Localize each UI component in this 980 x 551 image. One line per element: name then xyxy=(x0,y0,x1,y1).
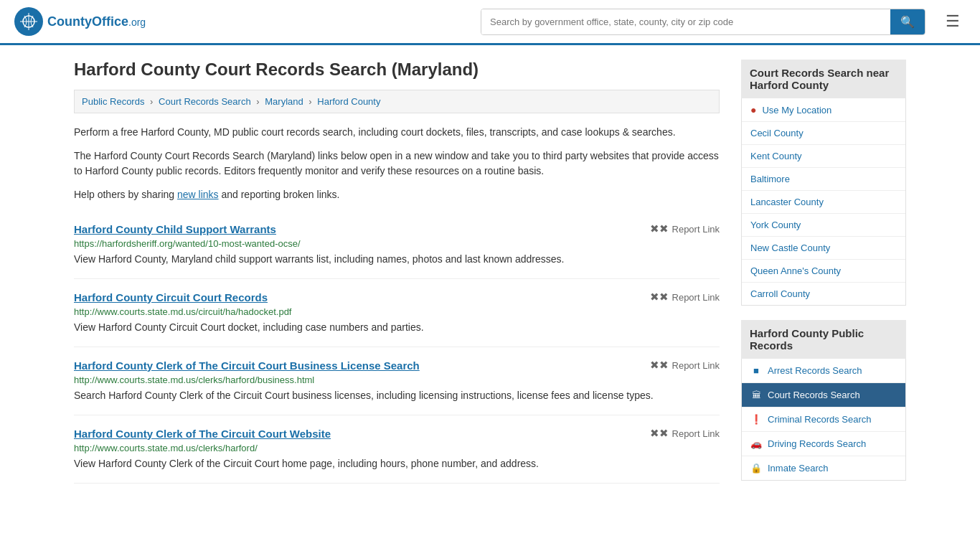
result-item-2: Harford County Clerk of The Circuit Cour… xyxy=(74,347,720,415)
nearby-link-1[interactable]: Kent County xyxy=(742,145,905,167)
nearby-link-3[interactable]: Lancaster County xyxy=(742,191,905,213)
nearby-list: ● Use My Location Cecil County Kent Coun… xyxy=(741,98,906,306)
public-records-section: Harford County Public Records ■ Arrest R… xyxy=(741,320,906,481)
nearby-newcastle[interactable]: New Castle County xyxy=(742,237,905,260)
header: CountyOffice.org 🔍 ☰ xyxy=(0,0,980,45)
search-bar: 🔍 xyxy=(481,9,925,35)
nearby-link-2[interactable]: Baltimore xyxy=(742,168,905,190)
use-my-location-item[interactable]: ● Use My Location xyxy=(742,98,905,122)
result-url-3: http://www.courts.state.md.us/clerks/har… xyxy=(74,443,720,453)
use-my-location-link[interactable]: ● Use My Location xyxy=(742,98,905,121)
menu-icon[interactable]: ☰ xyxy=(940,9,966,34)
nearby-header: Court Records Search near Harford County xyxy=(741,60,906,98)
result-item-0: Harford County Child Support Warrants ✖✖… xyxy=(74,211,720,279)
content-area: Harford County Court Records Search (Mar… xyxy=(74,60,720,495)
nearby-link-4[interactable]: York County xyxy=(742,214,905,236)
breadcrumb-harford[interactable]: Harford County xyxy=(317,96,380,107)
result-desc-3: View Harford County Clerk of the Circuit… xyxy=(74,456,720,471)
breadcrumb-public-records[interactable]: Public Records xyxy=(82,96,144,107)
breadcrumb: Public Records › Court Records Search › … xyxy=(74,90,720,113)
report-icon-1: ✖✖ xyxy=(650,291,669,303)
criminal-icon: ❗ xyxy=(750,414,762,425)
public-records-list: ■ Arrest Records Search 🏛 Court Records … xyxy=(741,359,906,481)
page-title: Harford County Court Records Search (Mar… xyxy=(74,60,720,80)
pub-driving[interactable]: 🚗 Driving Records Search xyxy=(742,432,905,456)
pub-criminal-link[interactable]: ❗ Criminal Records Search xyxy=(742,408,905,431)
breadcrumb-maryland[interactable]: Maryland xyxy=(265,96,303,107)
nearby-link-6[interactable]: Queen Anne's County xyxy=(742,260,905,282)
result-title-2[interactable]: Harford County Clerk of The Circuit Cour… xyxy=(74,359,420,372)
nearby-baltimore[interactable]: Baltimore xyxy=(742,168,905,191)
result-url-1: http://www.courts.state.md.us/circuit/ha… xyxy=(74,306,720,317)
main-container: Harford County Court Records Search (Mar… xyxy=(60,45,920,509)
pub-inmate[interactable]: 🔒 Inmate Search xyxy=(742,456,905,480)
result-title-3[interactable]: Harford County Clerk of The Circuit Cour… xyxy=(74,428,331,440)
pub-arrest[interactable]: ■ Arrest Records Search xyxy=(742,359,905,383)
logo-text: CountyOffice.org xyxy=(47,14,146,29)
search-input[interactable] xyxy=(481,9,890,34)
report-link-0[interactable]: ✖✖ Report Link xyxy=(650,222,720,235)
nearby-kent[interactable]: Kent County xyxy=(742,145,905,168)
report-link-2[interactable]: ✖✖ Report Link xyxy=(650,359,720,372)
sidebar: Court Records Search near Harford County… xyxy=(741,60,906,495)
pub-inmate-link[interactable]: 🔒 Inmate Search xyxy=(742,456,905,480)
result-desc-0: View Harford County, Maryland child supp… xyxy=(74,252,720,267)
location-icon: ● xyxy=(750,104,756,116)
nearby-carroll[interactable]: Carroll County xyxy=(742,283,905,305)
nearby-link-7[interactable]: Carroll County xyxy=(742,283,905,305)
pub-court-link[interactable]: 🏛 Court Records Search xyxy=(742,383,905,407)
search-button[interactable]: 🔍 xyxy=(890,9,925,34)
report-icon-2: ✖✖ xyxy=(650,359,669,372)
report-link-3[interactable]: ✖✖ Report Link xyxy=(650,427,720,440)
result-title-0[interactable]: Harford County Child Support Warrants xyxy=(74,223,276,235)
logo-link[interactable]: CountyOffice.org xyxy=(14,7,146,36)
description-1: Perform a free Harford County, MD public… xyxy=(74,125,720,140)
nearby-queenanne[interactable]: Queen Anne's County xyxy=(742,260,905,283)
public-records-header: Harford County Public Records xyxy=(741,320,906,359)
breadcrumb-court-records[interactable]: Court Records Search xyxy=(159,96,251,107)
result-item-3: Harford County Clerk of The Circuit Cour… xyxy=(74,415,720,484)
result-item-1: Harford County Circuit Court Records ✖✖ … xyxy=(74,279,720,347)
nearby-cecil[interactable]: Cecil County xyxy=(742,122,905,145)
logo-icon xyxy=(14,7,43,36)
new-links-link[interactable]: new links xyxy=(177,189,219,200)
report-icon-0: ✖✖ xyxy=(650,222,669,235)
pub-criminal[interactable]: ❗ Criminal Records Search xyxy=(742,408,905,432)
result-url-0: https://harfordsheriff.org/wanted/10-mos… xyxy=(74,238,720,249)
results-list: Harford County Child Support Warrants ✖✖… xyxy=(74,211,720,484)
report-link-1[interactable]: ✖✖ Report Link xyxy=(650,291,720,303)
result-desc-2: Search Harford County Clerk of the Circu… xyxy=(74,388,720,403)
driving-icon: 🚗 xyxy=(750,438,762,449)
nearby-lancaster[interactable]: Lancaster County xyxy=(742,191,905,214)
arrest-icon: ■ xyxy=(750,365,762,376)
pub-court[interactable]: 🏛 Court Records Search xyxy=(742,383,905,408)
result-desc-1: View Harford County Circuit Court docket… xyxy=(74,320,720,335)
description-3: Help others by sharing new links and rep… xyxy=(74,187,720,202)
search-icon: 🔍 xyxy=(900,16,915,28)
pub-driving-link[interactable]: 🚗 Driving Records Search xyxy=(742,432,905,456)
inmate-icon: 🔒 xyxy=(750,463,762,474)
result-url-2: http://www.courts.state.md.us/clerks/har… xyxy=(74,375,720,385)
pub-arrest-link[interactable]: ■ Arrest Records Search xyxy=(742,359,905,382)
court-icon: 🏛 xyxy=(750,390,762,400)
nearby-york[interactable]: York County xyxy=(742,214,905,237)
report-icon-3: ✖✖ xyxy=(650,427,669,440)
nearby-section: Court Records Search near Harford County… xyxy=(741,60,906,306)
nearby-link-5[interactable]: New Castle County xyxy=(742,237,905,259)
result-title-1[interactable]: Harford County Circuit Court Records xyxy=(74,291,268,303)
description-2: The Harford County Court Records Search … xyxy=(74,149,720,179)
nearby-link-0[interactable]: Cecil County xyxy=(742,122,905,144)
